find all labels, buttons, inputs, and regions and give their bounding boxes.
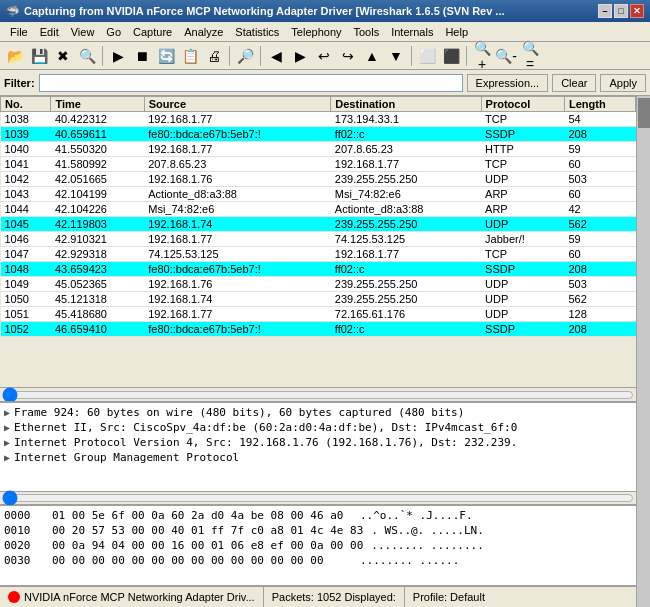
table-row[interactable]: 104542.119803192.168.1.74239.255.255.250… <box>1 217 636 232</box>
toolbar-btn-search[interactable]: 🔎 <box>234 45 256 67</box>
table-row[interactable]: 104442.104226Msi_74:82:e6Actionte_d8:a3:… <box>1 202 636 217</box>
cell-len: 59 <box>564 142 635 157</box>
maximize-button[interactable]: □ <box>614 4 628 18</box>
h-scroll[interactable] <box>0 387 636 401</box>
cell-time: 40.659611 <box>51 127 144 142</box>
table-row[interactable]: 105145.418680192.168.1.7772.165.61.176UD… <box>1 307 636 322</box>
col-source: Source <box>144 97 331 112</box>
table-row[interactable]: 104242.051665192.168.1.76239.255.255.250… <box>1 172 636 187</box>
toolbar-btn-2[interactable]: 💾 <box>28 45 50 67</box>
table-row[interactable]: 103940.659611fe80::bdca:e67b:5eb7:!ff02:… <box>1 127 636 142</box>
cell-no: 1042 <box>1 172 51 187</box>
table-row[interactable]: 104342.104199Actionte_d8:a3:88Msi_74:82:… <box>1 187 636 202</box>
toolbar-btn-7[interactable]: 🔄 <box>155 45 177 67</box>
detail-row[interactable]: ▶Internet Protocol Version 4, Src: 192.1… <box>4 435 632 450</box>
menu-item-statistics[interactable]: Statistics <box>229 25 285 39</box>
table-row[interactable]: 105246.659410fe80::bdca:e67b:5eb7:!ff02:… <box>1 322 636 337</box>
cell-proto: TCP <box>481 157 564 172</box>
status-adapter: NVIDIA nForce MCP Networking Adapter Dri… <box>0 587 264 607</box>
toolbar-btn-9[interactable]: 🖨 <box>203 45 225 67</box>
toolbar-btn-3[interactable]: ✖ <box>52 45 74 67</box>
filter-bar: Filter: Expression... Clear Apply <box>0 70 650 96</box>
cell-proto: Jabber/! <box>481 232 564 247</box>
expression-button[interactable]: Expression... <box>467 74 549 92</box>
toolbar-btn-11[interactable]: ↪ <box>337 45 359 67</box>
detail-row[interactable]: ▶Ethernet II, Src: CiscoSpv_4a:df:be (60… <box>4 420 632 435</box>
detail-row[interactable]: ▶Internet Group Management Protocol <box>4 450 632 465</box>
table-row[interactable]: 103840.422312192.168.1.77173.194.33.1TCP… <box>1 112 636 127</box>
toolbar-separator-1 <box>102 46 103 66</box>
menu-item-file[interactable]: File <box>4 25 34 39</box>
toolbar-btn-1[interactable]: 📂 <box>4 45 26 67</box>
table-row[interactable]: 104141.580992207.8.65.23192.168.1.77TCP6… <box>1 157 636 172</box>
cell-src: 192.168.1.77 <box>144 307 331 322</box>
table-row[interactable]: 105045.121318192.168.1.74239.255.255.250… <box>1 292 636 307</box>
cell-proto: SSDP <box>481 322 564 337</box>
menu-item-help[interactable]: Help <box>439 25 474 39</box>
menu-item-telephony[interactable]: Telephony <box>285 25 347 39</box>
toolbar-btn-up[interactable]: ▲ <box>361 45 383 67</box>
toolbar-btn-dn[interactable]: ▼ <box>385 45 407 67</box>
toolbar-btn-zoom-out[interactable]: 🔍- <box>495 45 517 67</box>
cell-no: 1051 <box>1 307 51 322</box>
menu-item-view[interactable]: View <box>65 25 101 39</box>
table-row[interactable]: 104041.550320192.168.1.77207.8.65.23HTTP… <box>1 142 636 157</box>
cell-time: 42.910321 <box>51 232 144 247</box>
toolbar-btn-zoom-reset[interactable]: 🔍= <box>519 45 541 67</box>
hex-row: 000001 00 5e 6f 00 0a 60 2a d0 4a be 08 … <box>4 508 632 523</box>
menu-item-analyze[interactable]: Analyze <box>178 25 229 39</box>
hex-ascii: . WS..@. .....LN. <box>371 523 484 538</box>
apply-button[interactable]: Apply <box>600 74 646 92</box>
cell-no: 1048 <box>1 262 51 277</box>
cell-proto: SSDP <box>481 262 564 277</box>
h-scroll2[interactable] <box>0 491 636 505</box>
toolbar-btn-back[interactable]: ◀ <box>265 45 287 67</box>
toolbar-btn-fwd[interactable]: ▶ <box>289 45 311 67</box>
packets-text: Packets: 1052 Displayed: <box>272 591 396 603</box>
table-row[interactable]: 104742.92931874.125.53.125192.168.1.77TC… <box>1 247 636 262</box>
cell-dst: 192.168.1.77 <box>331 157 481 172</box>
cell-dst: Actionte_d8:a3:88 <box>331 202 481 217</box>
close-button[interactable]: ✕ <box>630 4 644 18</box>
packet-table-scroll[interactable]: No. Time Source Destination Protocol Len… <box>0 96 636 387</box>
cell-src: 192.168.1.76 <box>144 172 331 187</box>
left-content: No. Time Source Destination Protocol Len… <box>0 96 636 607</box>
toolbar-btn-6[interactable]: ⏹ <box>131 45 153 67</box>
toolbar-btn-zoom-in[interactable]: 🔍+ <box>471 45 493 67</box>
menu-item-go[interactable]: Go <box>100 25 127 39</box>
cell-src: 192.168.1.74 <box>144 217 331 232</box>
table-row[interactable]: 104642.910321192.168.1.7774.125.53.125Ja… <box>1 232 636 247</box>
toolbar-btn-12[interactable]: ⬜ <box>416 45 438 67</box>
toolbar-btn-13[interactable]: ⬛ <box>440 45 462 67</box>
toolbar-btn-10[interactable]: ↩ <box>313 45 335 67</box>
hex-bytes: 00 00 00 00 00 00 00 00 00 00 00 00 00 0… <box>52 553 352 568</box>
table-row[interactable]: 104945.052365192.168.1.76239.255.255.250… <box>1 277 636 292</box>
menu-item-edit[interactable]: Edit <box>34 25 65 39</box>
detail-row[interactable]: ▶Frame 924: 60 bytes on wire (480 bits),… <box>4 405 632 420</box>
cell-src: fe80::bdca:e67b:5eb7:! <box>144 127 331 142</box>
detail-text: Frame 924: 60 bytes on wire (480 bits), … <box>14 406 464 419</box>
cell-src: 207.8.65.23 <box>144 157 331 172</box>
h-scrollbar[interactable] <box>2 390 634 400</box>
v-scrollbar-thumb[interactable] <box>638 98 650 128</box>
menu-item-capture[interactable]: Capture <box>127 25 178 39</box>
filter-input[interactable] <box>39 74 463 92</box>
menu-item-tools[interactable]: Tools <box>348 25 386 39</box>
menu-bar: FileEditViewGoCaptureAnalyzeStatisticsTe… <box>0 22 650 42</box>
table-row[interactable]: 104843.659423fe80::bdca:e67b:5eb7:!ff02:… <box>1 262 636 277</box>
cell-time: 46.659410 <box>51 322 144 337</box>
cell-time: 45.418680 <box>51 307 144 322</box>
menu-item-internals[interactable]: Internals <box>385 25 439 39</box>
toolbar-btn-5[interactable]: ▶ <box>107 45 129 67</box>
clear-button[interactable]: Clear <box>552 74 596 92</box>
toolbar-btn-4[interactable]: 🔍 <box>76 45 98 67</box>
toolbar-btn-8[interactable]: 📋 <box>179 45 201 67</box>
v-scrollbar-track[interactable] <box>636 96 650 607</box>
cell-src: 192.168.1.77 <box>144 112 331 127</box>
cell-dst: 239.255.255.250 <box>331 172 481 187</box>
h-scrollbar2[interactable] <box>2 493 634 503</box>
cell-dst: 72.165.61.176 <box>331 307 481 322</box>
hex-bytes: 00 0a 94 04 00 00 16 00 01 06 e8 ef 00 0… <box>52 538 363 553</box>
hex-bytes: 01 00 5e 6f 00 0a 60 2a d0 4a be 08 00 4… <box>52 508 352 523</box>
minimize-button[interactable]: – <box>598 4 612 18</box>
